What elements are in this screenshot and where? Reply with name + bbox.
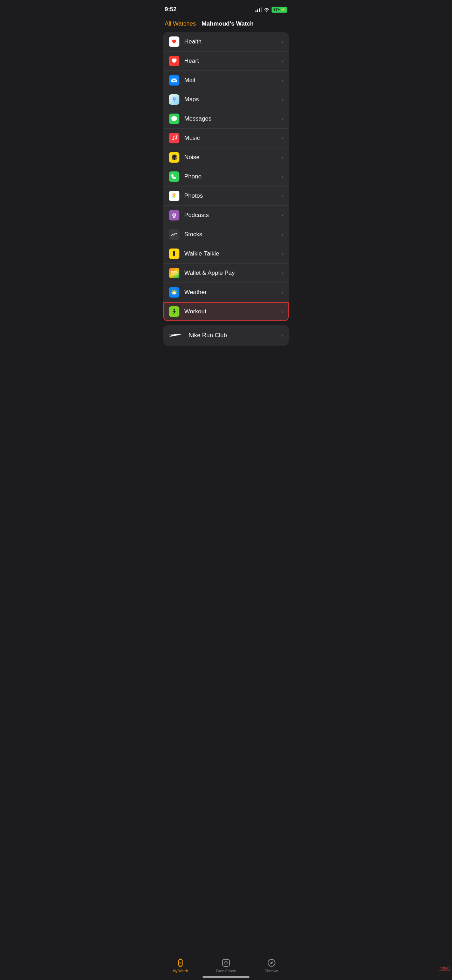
- nike-run-club-chevron: ›: [282, 332, 283, 338]
- svg-text:🎧: 🎧: [171, 154, 178, 160]
- settings-item-photos[interactable]: Photos ›: [163, 186, 289, 206]
- wallet-chevron: ›: [282, 270, 283, 276]
- heart-label: Heart: [184, 57, 282, 65]
- mail-label: Mail: [184, 77, 282, 84]
- heart-icon: [169, 56, 180, 66]
- svg-point-3: [173, 98, 175, 100]
- stocks-chevron: ›: [282, 232, 283, 237]
- settings-item-messages[interactable]: Messages ›: [163, 109, 289, 129]
- podcasts-icon: [169, 210, 180, 221]
- workout-icon: [169, 306, 180, 317]
- mail-icon: [169, 75, 180, 86]
- health-chevron: ›: [282, 39, 283, 45]
- svg-rect-14: [173, 255, 175, 256]
- podcasts-label: Podcasts: [184, 212, 282, 219]
- noise-label: Noise: [184, 154, 282, 161]
- settings-item-nike-run-club[interactable]: NRC Nike Run Club ›: [163, 325, 289, 345]
- settings-list: Health › Heart › Mail ›: [163, 32, 289, 321]
- settings-item-wallet[interactable]: Wallet & Apple Pay ›: [163, 264, 289, 283]
- phone-icon: [169, 172, 180, 182]
- settings-item-health[interactable]: Health ›: [163, 32, 289, 51]
- settings-item-podcasts[interactable]: Podcasts ›: [163, 206, 289, 225]
- walkie-talkie-label: Walkie-Talkie: [184, 250, 282, 257]
- workout-chevron: ›: [282, 309, 283, 314]
- messages-icon: [169, 114, 180, 124]
- svg-point-6: [173, 195, 175, 197]
- svg-point-18: [172, 292, 176, 294]
- walkie-talkie-icon: [169, 248, 180, 259]
- status-bar: 9:52 97+ ⚡: [158, 0, 294, 18]
- settings-item-phone[interactable]: Phone ›: [163, 167, 289, 186]
- settings-item-mail[interactable]: Mail ›: [163, 71, 289, 90]
- settings-item-workout[interactable]: Workout ›: [163, 302, 289, 321]
- wifi-icon: [264, 7, 269, 11]
- svg-point-13: [174, 253, 175, 254]
- weather-chevron: ›: [282, 290, 283, 295]
- svg-rect-11: [174, 252, 175, 252]
- svg-point-19: [173, 309, 175, 310]
- phone-chevron: ›: [282, 174, 283, 180]
- photos-chevron: ›: [282, 193, 283, 199]
- health-icon: [169, 37, 180, 47]
- settings-item-heart[interactable]: Heart ›: [163, 51, 289, 71]
- mail-chevron: ›: [282, 78, 283, 83]
- weather-icon: [169, 287, 180, 298]
- stocks-label: Stocks: [184, 231, 282, 238]
- music-icon: [169, 133, 180, 143]
- nav-header: All Watches Mahmoud's Watch: [158, 18, 294, 32]
- svg-rect-16: [171, 272, 177, 274]
- signal-icon: [255, 7, 262, 12]
- wallet-icon: [169, 268, 180, 278]
- photos-label: Photos: [184, 192, 282, 199]
- messages-chevron: ›: [282, 116, 283, 122]
- settings-item-stocks[interactable]: Stocks ›: [163, 225, 289, 244]
- podcasts-chevron: ›: [282, 212, 283, 218]
- svg-rect-1: [171, 78, 177, 83]
- maps-label: Maps: [184, 96, 282, 103]
- battery-lightning-icon: ⚡: [281, 7, 286, 12]
- walkie-talkie-chevron: ›: [282, 251, 283, 256]
- status-time: 9:52: [165, 6, 177, 13]
- settings-item-weather[interactable]: Weather ›: [163, 283, 289, 302]
- watch-name-title: Mahmoud's Watch: [202, 20, 254, 27]
- maps-chevron: ›: [282, 97, 283, 102]
- music-chevron: ›: [282, 135, 283, 141]
- nike-run-club-section: NRC Nike Run Club ›: [163, 325, 289, 345]
- health-label: Health: [184, 38, 282, 45]
- maps-icon: [169, 94, 180, 105]
- settings-item-maps[interactable]: Maps ›: [163, 90, 289, 109]
- photos-icon: [169, 191, 180, 201]
- stocks-icon: [169, 229, 180, 240]
- settings-item-noise[interactable]: 🎧 Noise ›: [163, 148, 289, 167]
- workout-label: Workout: [184, 308, 282, 315]
- svg-point-8: [174, 214, 175, 215]
- settings-item-music[interactable]: Music ›: [163, 129, 289, 148]
- nike-run-club-label: Nike Run Club: [188, 332, 282, 339]
- messages-label: Messages: [184, 115, 282, 123]
- phone-label: Phone: [184, 173, 282, 180]
- weather-label: Weather: [184, 289, 282, 296]
- status-icons: 97+ ⚡: [255, 7, 287, 13]
- noise-icon: 🎧: [169, 152, 180, 162]
- nike-run-club-icon: NRC: [169, 330, 184, 341]
- all-watches-link[interactable]: All Watches: [165, 20, 196, 27]
- heart-chevron: ›: [282, 58, 283, 64]
- battery-indicator: 97+ ⚡: [272, 7, 287, 13]
- music-label: Music: [184, 135, 282, 142]
- svg-rect-12: [174, 253, 175, 253]
- noise-chevron: ›: [282, 154, 283, 160]
- settings-item-walkie-talkie[interactable]: Walkie-Talkie ›: [163, 244, 289, 264]
- wallet-label: Wallet & Apple Pay: [184, 269, 282, 277]
